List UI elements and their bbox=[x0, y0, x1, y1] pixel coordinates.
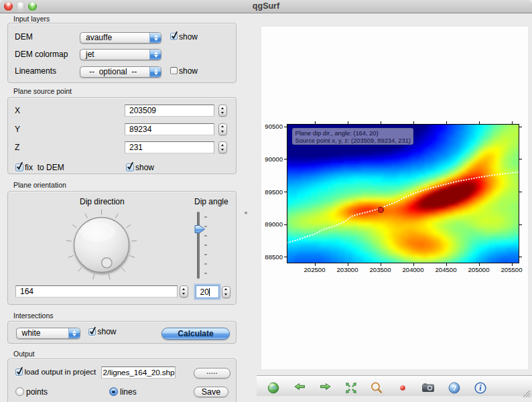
svg-text:?: ? bbox=[452, 384, 457, 392]
